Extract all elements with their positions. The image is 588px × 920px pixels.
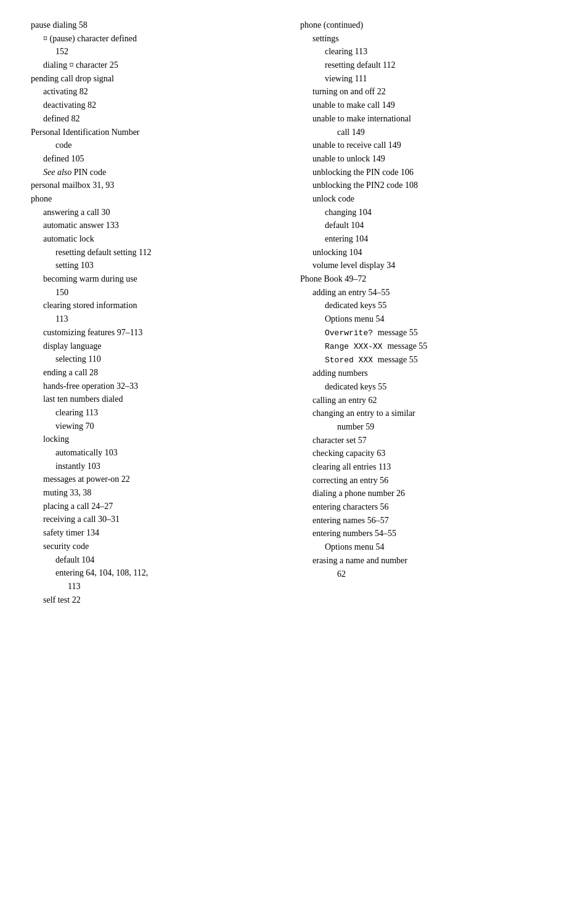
index-entry: call 149	[300, 126, 557, 139]
index-entry: Range XXX-XX message 55	[300, 340, 557, 353]
index-entry: entering 64, 104, 108, 112,	[31, 566, 288, 580]
index-entry: clearing all entries 113	[300, 460, 557, 474]
index-entry: resetting default 112	[300, 59, 557, 72]
index-entry: dialing ¤ character 25	[31, 59, 288, 72]
index-entry: placing a call 24–27	[31, 500, 288, 513]
index-entry: last ten numbers dialed	[31, 393, 288, 406]
index-entry: automatic lock	[31, 232, 288, 246]
index-entry: safety timer 134	[31, 526, 288, 540]
index-entry: phone	[31, 192, 288, 206]
index-entry: Phone Book 49–72	[300, 272, 557, 286]
index-entry: 113	[31, 312, 288, 326]
index-entry: messages at power-on 22	[31, 473, 288, 486]
index-entry: defined 105	[31, 152, 288, 166]
index-entry: dedicated keys 55	[300, 380, 557, 394]
index-entry: changing an entry to a similar	[300, 407, 557, 420]
index-entry: Options menu 54	[300, 312, 557, 326]
index-entry: unlock code	[300, 192, 557, 206]
index-entry: instantly 103	[31, 460, 288, 473]
index-entry: correcting an entry 56	[300, 474, 557, 487]
index-entry: automatic answer 133	[31, 219, 288, 232]
index-entry: 150	[31, 286, 288, 299]
index-entry: Stored XXX message 55	[300, 353, 557, 367]
index-entry: entering numbers 54–55	[300, 527, 557, 540]
index-entry: entering names 56–57	[300, 514, 557, 527]
index-entry: becoming warm during use	[31, 272, 288, 286]
index-entry: number 59	[300, 420, 557, 434]
index-entry: clearing 113	[31, 406, 288, 420]
index-entry: unable to make international	[300, 112, 557, 126]
index-entry: self test 22	[31, 593, 288, 607]
index-entry: viewing 111	[300, 72, 557, 86]
index-entry: default 104	[300, 219, 557, 232]
index-entry: unblocking the PIN2 code 108	[300, 179, 557, 192]
index-entry: 62	[300, 568, 557, 581]
index-entry: unblocking the PIN code 106	[300, 166, 557, 179]
index-entry: hands-free operation 32–33	[31, 380, 288, 393]
index-entry: adding an entry 54–55	[300, 286, 557, 299]
index-entry: selecting 110	[31, 352, 288, 366]
index-entry: pause dialing 58	[31, 18, 288, 32]
index-entry: calling an entry 62	[300, 394, 557, 407]
index-entry: checking capacity 63	[300, 447, 557, 460]
index-entry: personal mailbox 31, 93	[31, 179, 288, 192]
index-page: pause dialing 58¤ (pause) character defi…	[25, 18, 563, 606]
right-column: phone (continued)settingsclearing 113res…	[294, 18, 563, 606]
index-entry: entering 104	[300, 232, 557, 246]
index-entry: settings	[300, 32, 557, 46]
index-entry: customizing features 97–113	[31, 326, 288, 340]
index-entry: See also PIN code	[31, 166, 288, 179]
index-entry: setting 103	[31, 259, 288, 272]
index-entry: clearing stored information	[31, 299, 288, 312]
left-column: pause dialing 58¤ (pause) character defi…	[25, 18, 294, 606]
index-entry: answering a call 30	[31, 206, 288, 219]
index-entry: display language	[31, 340, 288, 353]
index-entry: receiving a call 30–31	[31, 513, 288, 526]
index-entry: volume level display 34	[300, 259, 557, 272]
index-entry: erasing a name and number	[300, 554, 557, 568]
index-entry: activating 82	[31, 85, 288, 99]
index-entry: unable to unlock 149	[300, 152, 557, 166]
index-entry: dialing a phone number 26	[300, 487, 557, 500]
index-entry: automatically 103	[31, 446, 288, 460]
index-entry: muting 33, 38	[31, 486, 288, 500]
index-entry: changing 104	[300, 206, 557, 219]
index-entry: security code	[31, 540, 288, 553]
index-entry: code	[31, 139, 288, 152]
index-entry: adding numbers	[300, 367, 557, 380]
index-entry: phone (continued)	[300, 18, 557, 32]
index-entry: Overwrite? message 55	[300, 326, 557, 340]
index-entry: ¤ (pause) character defined	[31, 32, 288, 46]
index-entry: viewing 70	[31, 420, 288, 433]
index-entry: locking	[31, 433, 288, 446]
index-entry: resetting default setting 112	[31, 246, 288, 259]
index-entry: unable to receive call 149	[300, 139, 557, 152]
index-entry: Options menu 54	[300, 540, 557, 554]
index-entry: unlocking 104	[300, 246, 557, 259]
index-entry: default 104	[31, 553, 288, 567]
index-entry: 113	[31, 580, 288, 593]
index-entry: defined 82	[31, 112, 288, 126]
index-entry: turning on and off 22	[300, 85, 557, 99]
index-entry: dedicated keys 55	[300, 299, 557, 312]
index-entry: deactivating 82	[31, 99, 288, 112]
index-entry: Personal Identification Number	[31, 126, 288, 139]
index-entry: character set 57	[300, 434, 557, 447]
index-entry: 152	[31, 45, 288, 59]
index-entry: clearing 113	[300, 45, 557, 59]
index-entry: unable to make call 149	[300, 99, 557, 112]
index-entry: ending a call 28	[31, 366, 288, 380]
index-entry: pending call drop signal	[31, 72, 288, 86]
index-entry: entering characters 56	[300, 500, 557, 514]
